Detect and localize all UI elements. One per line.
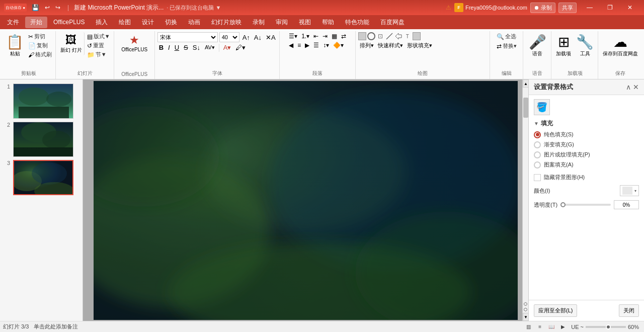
shape-arrow[interactable]	[394, 32, 403, 40]
voice-button[interactable]: 🎤 语音	[527, 32, 548, 59]
paste-button[interactable]: 📋 粘贴	[4, 32, 26, 59]
tools-button[interactable]: 🔧 工具	[574, 32, 596, 59]
pattern-fill-option[interactable]: 图案填充(A)	[534, 161, 639, 169]
restore-button[interactable]: ❐	[600, 0, 620, 15]
share-button[interactable]: 共享	[558, 3, 577, 13]
menu-baidu[interactable]: 百度网盘	[375, 17, 410, 28]
close-panel-button[interactable]: 关闭	[619, 304, 639, 317]
menu-help[interactable]: 帮助	[317, 17, 339, 28]
cut-button[interactable]: ✂剪切	[27, 32, 53, 41]
shapes-more-icon[interactable]: ⊡	[376, 32, 384, 40]
find-button[interactable]: 🔍全选	[495, 32, 518, 41]
menu-draw[interactable]: 绘图	[114, 17, 136, 28]
outline-view-icon[interactable]: ≡	[535, 323, 545, 331]
shadow-button[interactable]: S↓	[191, 43, 202, 52]
fill-type-icon[interactable]: 🪣	[534, 99, 550, 115]
undo-btn[interactable]: ↩	[43, 3, 52, 12]
scroll-extra-1[interactable]: ⬡	[524, 302, 527, 306]
menu-slideshow[interactable]: 幻灯片放映	[206, 17, 247, 28]
copy-button[interactable]: 📄复制	[27, 41, 53, 50]
menu-insert[interactable]: 插入	[91, 17, 113, 28]
font-name-select[interactable]: 宋体	[157, 32, 218, 42]
quick-style-button[interactable]: 快速样式▾	[376, 41, 405, 50]
align-left-button[interactable]: ◀	[287, 41, 295, 49]
slide-image-2[interactable]	[13, 122, 73, 157]
minimize-button[interactable]: —	[580, 0, 600, 15]
hide-bg-checkbox[interactable]	[534, 174, 541, 181]
align-center-button[interactable]: ≡	[296, 41, 302, 49]
scroll-extra-2[interactable]: ⬡	[524, 307, 527, 312]
menu-special[interactable]: 特色功能	[340, 17, 374, 28]
menu-officeplus[interactable]: OfficePLUS	[48, 17, 90, 27]
normal-view-icon[interactable]: ▥	[523, 323, 533, 331]
shape-2[interactable]	[413, 32, 421, 40]
indent-button[interactable]: ⇥	[321, 32, 329, 40]
redo-btn[interactable]: ↪	[53, 3, 62, 12]
shape-rect[interactable]	[358, 32, 366, 40]
increase-font-button[interactable]: A↑	[241, 33, 252, 42]
save-quick-btn[interactable]: 💾	[30, 3, 41, 12]
officeplus-button[interactable]: ★ OfficePLUS	[119, 32, 149, 54]
save-to-cloud-button[interactable]: ☁ 保存到百度网盘	[601, 32, 640, 59]
reading-view-icon[interactable]: 📖	[546, 323, 556, 331]
smartart-button[interactable]: 🔶▾	[332, 41, 345, 49]
gradient-fill-radio[interactable]	[534, 141, 541, 148]
section-button[interactable]: 📁节▼	[86, 50, 112, 59]
solid-fill-option[interactable]: 纯色填充(S)	[534, 131, 639, 138]
clear-format-button[interactable]: ✕A	[264, 33, 277, 42]
font-size-select[interactable]: 40	[219, 32, 239, 42]
slide-image-3[interactable]	[13, 160, 73, 195]
slide-thumb-2[interactable]: 2	[3, 122, 79, 157]
layout-button[interactable]: ▤版式▼	[86, 32, 112, 41]
shape-ellipse[interactable]	[367, 32, 375, 40]
slide-canvas[interactable]	[94, 81, 518, 320]
transparency-thumb[interactable]	[560, 202, 566, 207]
menu-home[interactable]: 开始	[25, 17, 47, 28]
slide-thumb-1[interactable]: 1	[3, 84, 79, 119]
scroll-down-button[interactable]: ▼	[523, 313, 528, 321]
apply-all-button[interactable]: 应用至全部(L)	[534, 304, 577, 317]
char-spacing-button[interactable]: AV▾	[203, 44, 216, 51]
menu-view[interactable]: 视图	[294, 17, 316, 28]
underline-button[interactable]: U	[173, 43, 181, 52]
highlight-button[interactable]: 🖊▾	[234, 43, 247, 52]
format-painter-button[interactable]: 🖌格式刷	[27, 50, 53, 59]
shape-text[interactable]: T	[404, 32, 412, 40]
align-right-button[interactable]: ▶	[303, 41, 311, 49]
slide-thumb-3[interactable]: 3	[3, 160, 79, 195]
solid-fill-radio[interactable]	[534, 131, 541, 138]
slide-image-1[interactable]	[13, 84, 73, 119]
canvas-area[interactable]: ▲ ⬡ ⬡ ▼	[83, 79, 528, 321]
scrollbar-thumb[interactable]	[523, 98, 528, 118]
justify-button[interactable]: ☰	[312, 41, 320, 49]
transparency-track[interactable]	[560, 204, 611, 206]
menu-review[interactable]: 审阅	[271, 17, 293, 28]
fill-section-header[interactable]: ▼ 填充	[534, 119, 639, 128]
addins-button[interactable]: ⊞ 加载项	[554, 32, 573, 59]
shape-fill-button[interactable]: 形状填充▾	[406, 41, 434, 50]
arrange-button[interactable]: 排列▾	[358, 41, 375, 50]
zoom-thumb[interactable]	[606, 324, 611, 329]
menu-transition[interactable]: 切换	[160, 17, 182, 28]
color-picker[interactable]: ▾	[620, 185, 639, 196]
transparency-input[interactable]	[614, 200, 639, 209]
replace-button[interactable]: ⇄替换▾	[495, 42, 518, 50]
bullets-button[interactable]: ☰▾	[287, 32, 299, 40]
shape-line[interactable]	[385, 32, 393, 40]
slideshow-icon[interactable]: ▶	[558, 323, 568, 331]
strikethrough-button[interactable]: S	[182, 43, 190, 52]
gradient-fill-option[interactable]: 渐变填充(G)	[534, 141, 639, 148]
numbering-button[interactable]: 1.▾	[300, 32, 311, 40]
decrease-font-button[interactable]: A↓	[253, 33, 263, 42]
hide-bg-option[interactable]: 隐藏背景图形(H)	[534, 174, 639, 181]
pattern-fill-radio[interactable]	[534, 161, 541, 169]
italic-button[interactable]: I	[167, 43, 172, 52]
outdent-button[interactable]: ⇤	[312, 32, 320, 40]
col-button[interactable]: ▦	[330, 32, 339, 40]
record-button[interactable]: ⏺ 录制	[530, 3, 555, 13]
scroll-up-button[interactable]: ▲	[523, 79, 528, 88]
menu-file[interactable]: 文件	[2, 17, 24, 28]
menu-record[interactable]: 录制	[248, 17, 270, 28]
picture-fill-option[interactable]: 图片或纹理填充(P)	[534, 151, 639, 158]
menu-animation[interactable]: 动画	[183, 17, 205, 28]
